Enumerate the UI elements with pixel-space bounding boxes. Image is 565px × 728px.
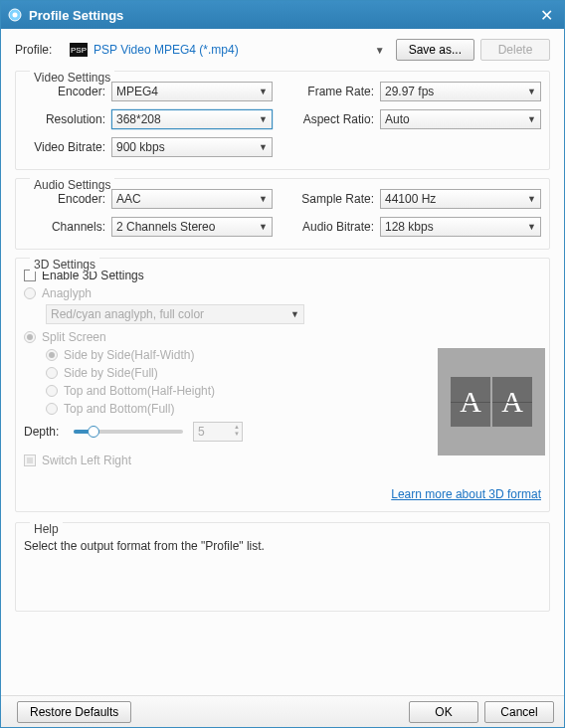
help-group: Help Select the output format from the "… [15, 522, 550, 612]
chevron-down-icon: ▼ [259, 87, 268, 96]
channels-label: Channels: [24, 220, 111, 234]
chevron-down-icon: ▼ [259, 222, 268, 232]
sbs-full-label: Side by Side(Full) [64, 366, 158, 380]
titlebar: Profile Settings ✕ [1, 1, 564, 29]
app-icon [7, 7, 23, 23]
sbs-half-label: Side by Side(Half-Width) [64, 348, 194, 362]
depth-slider[interactable] [74, 430, 183, 434]
sbs-full-radio [46, 367, 58, 379]
audio-bitrate-label: Audio Bitrate: [292, 220, 380, 234]
profile-dropdown[interactable]: PSP PSP Video MPEG4 (*.mp4) ▼ [65, 40, 390, 60]
tab-half-radio [46, 385, 58, 397]
chevron-down-icon: ▼ [259, 114, 268, 124]
switch-lr-checkbox [24, 455, 36, 466]
samplerate-label: Sample Rate: [292, 192, 380, 206]
cancel-button[interactable]: Cancel [484, 701, 554, 723]
video-settings-group: Video Settings Encoder: MPEG4▼ Frame Rat… [15, 71, 550, 170]
tab-full-radio [46, 403, 58, 415]
save-as-button[interactable]: Save as... [396, 39, 474, 61]
chevron-down-icon: ▼ [259, 142, 268, 152]
tab-full-label: Top and Bottom(Full) [64, 402, 174, 416]
audio-settings-group: Audio Settings Encoder: AAC▼ Sample Rate… [15, 178, 550, 250]
restore-defaults-button[interactable]: Restore Defaults [17, 701, 131, 723]
chevron-down-icon: ▼ [375, 45, 385, 56]
delete-button: Delete [480, 39, 550, 61]
preview-tile-left: A [451, 377, 490, 427]
profile-value: PSP Video MPEG4 (*.mp4) [94, 43, 375, 57]
anaglyph-label: Anaglyph [42, 286, 92, 300]
chevron-down-icon: ▼ [290, 309, 299, 319]
audio-group-title: Audio Settings [30, 178, 114, 192]
window-title: Profile Settings [29, 8, 534, 23]
tab-half-label: Top and Bottom(Half-Height) [64, 384, 215, 398]
anaglyph-type-dropdown: Red/cyan anaglyph, full color▼ [46, 304, 304, 324]
video-encoder-dropdown[interactable]: MPEG4▼ [111, 82, 273, 101]
split-screen-label: Split Screen [42, 330, 106, 344]
framerate-label: Frame Rate: [292, 85, 380, 98]
samplerate-dropdown[interactable]: 44100 Hz▼ [380, 189, 541, 209]
split-screen-radio [24, 331, 36, 343]
3d-group-title: 3D Settings [30, 258, 99, 272]
sbs-half-radio [46, 349, 58, 361]
psp-icon: PSP [70, 43, 88, 57]
depth-label: Depth: [24, 425, 74, 439]
chevron-down-icon: ▼ [527, 222, 536, 232]
footer: Restore Defaults OK Cancel [1, 695, 564, 727]
chevron-down-icon: ▼ [527, 87, 536, 96]
svg-point-1 [13, 13, 18, 18]
3d-preview: A A [438, 348, 545, 455]
aspect-label: Aspect Ratio: [292, 112, 380, 126]
video-bitrate-label: Video Bitrate: [24, 140, 111, 154]
switch-lr-label: Switch Left Right [42, 454, 131, 467]
audio-encoder-label: Encoder: [24, 192, 111, 206]
resolution-label: Resolution: [24, 112, 111, 126]
slider-thumb[interactable] [88, 426, 99, 438]
audio-encoder-dropdown[interactable]: AAC▼ [111, 189, 273, 209]
video-bitrate-dropdown[interactable]: 900 kbps▼ [111, 137, 273, 157]
learn-more-link[interactable]: Learn more about 3D format [391, 487, 541, 501]
close-icon[interactable]: ✕ [534, 6, 558, 25]
ok-button[interactable]: OK [409, 701, 478, 723]
video-encoder-label: Encoder: [24, 85, 111, 98]
chevron-down-icon: ▼ [527, 194, 536, 204]
video-group-title: Video Settings [30, 71, 114, 85]
framerate-dropdown[interactable]: 29.97 fps▼ [380, 82, 541, 101]
aspect-dropdown[interactable]: Auto▼ [380, 109, 541, 129]
audio-bitrate-dropdown[interactable]: 128 kbps▼ [380, 217, 541, 237]
chevron-down-icon: ▼ [234, 431, 240, 438]
chevron-up-icon: ▲ [234, 424, 240, 431]
resolution-dropdown[interactable]: 368*208▼ [111, 109, 273, 129]
channels-dropdown[interactable]: 2 Channels Stereo▼ [111, 217, 273, 237]
profile-label: Profile: [15, 43, 65, 57]
preview-tile-right: A [492, 377, 532, 427]
chevron-down-icon: ▼ [527, 114, 536, 124]
anaglyph-radio [24, 287, 36, 299]
help-group-title: Help [30, 522, 63, 536]
help-text: Select the output format from the "Profi… [24, 539, 541, 553]
depth-spinner: 5 ▲▼ [193, 422, 243, 442]
chevron-down-icon: ▼ [259, 194, 268, 204]
